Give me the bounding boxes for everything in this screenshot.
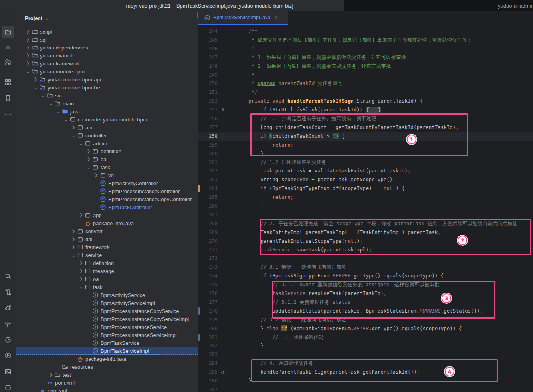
code-line-249[interactable]: 249 * xyxy=(198,71,533,79)
code-line-244[interactable]: 244 /** xyxy=(198,27,533,36)
chevron-right-icon[interactable]: ❯ xyxy=(25,28,31,36)
code-line-268[interactable]: 268 // 2. 子任务已处理完成，清空 scopeType 字段，修改 pa… xyxy=(198,219,533,228)
code-line-275[interactable]: 275 // 3.1.1 owner 重新赋值给父任务的 assignee，这样… xyxy=(198,280,533,289)
code-line-281[interactable]: 281 // ... 此处省略代码 xyxy=(198,333,533,342)
code-line-269[interactable]: 269 TaskEntityImpl parentTaskImpl = (Tas… xyxy=(198,228,533,237)
chevron-down-icon[interactable]: ⌄ xyxy=(63,115,69,123)
code-line-253[interactable]: 253❯ if (StrUtil.isBlank(parentTaskId)) … xyxy=(198,105,533,114)
tree-item-definition[interactable]: ❯definition xyxy=(16,147,198,155)
tree-item-task[interactable]: ⌄task xyxy=(16,283,198,291)
chevron-down-icon[interactable]: ⌄ xyxy=(48,99,54,107)
background-window-titlebar[interactable]: yudao-ui-admin- xyxy=(344,0,533,11)
tree-item-yudao-module-bpm-api[interactable]: ❯yudao-module-bpm-api xyxy=(16,75,198,83)
code-line-256[interactable]: 256 // 1.1 判断是否还有子任务。如果没有，就不处理 xyxy=(198,114,533,123)
jump-to-editor-icon[interactable] xyxy=(2,286,14,299)
code-line-267[interactable]: 267 xyxy=(198,210,533,219)
tree-item-bpmprocessinstanceserviceimpl[interactable]: CBpmProcessInstanceServiceImpl xyxy=(16,331,198,339)
services-icon[interactable] xyxy=(2,349,14,362)
code-line-283[interactable]: 283 xyxy=(198,350,533,359)
chevron-right-icon[interactable]: ❯ xyxy=(78,259,84,267)
project-folder-icon[interactable] xyxy=(2,26,14,38)
code-line-257[interactable]: 257 Long childrenTaskCount = getTaskCoun… xyxy=(198,123,533,132)
chevron-right-icon[interactable]: ❯ xyxy=(25,44,31,51)
code-line-287[interactable]: 287 xyxy=(198,385,533,392)
commit-icon[interactable] xyxy=(2,42,14,54)
tree-item-dal[interactable]: ❯dal xyxy=(16,235,198,243)
code-line-258[interactable]: 258 if (childrenTaskCount > 0) { xyxy=(198,132,533,141)
editor-tab-bpmtaskserviceimpl[interactable]: C BpmTaskServiceImpl.java ✕ xyxy=(198,11,288,25)
code-line-271[interactable]: 271 taskService.saveTask(parentTaskImpl)… xyxy=(198,245,533,254)
tree-scrollbar-thumb[interactable] xyxy=(197,12,198,18)
code-line-273[interactable]: 273 // 3.1 情况一：处理向【向前】加签 xyxy=(198,263,533,271)
tree-item-controller[interactable]: ⌄controller xyxy=(16,131,198,139)
code-line-251[interactable]: 251 */ xyxy=(198,88,533,97)
tree-item-bpmprocessinstanceservice[interactable]: IBpmProcessInstanceService xyxy=(16,323,198,331)
tree-item-task[interactable]: ⌄task xyxy=(16,163,198,171)
more-tool-windows-icon[interactable] xyxy=(2,108,14,121)
code-line-270[interactable]: 270 parentTaskImpl.setScopeType(null); xyxy=(198,237,533,245)
tree-item-test[interactable]: ❯test xyxy=(16,371,198,379)
chevron-right-icon[interactable]: ❯ xyxy=(70,235,77,243)
chevron-down-icon[interactable]: ⌄ xyxy=(85,163,92,171)
code-line-265[interactable]: 265 return; xyxy=(198,193,533,202)
tree-item-bpmprocessinstancecopyserviceimpl[interactable]: CBpmProcessInstanceCopyServiceImpl xyxy=(16,315,198,323)
tree-item-java[interactable]: ⌄java xyxy=(16,107,198,115)
search-icon[interactable] xyxy=(2,270,14,283)
tree-item-bpmprocessinstancecopycontroller[interactable]: CBpmProcessInstanceCopyController xyxy=(16,195,198,203)
tree-item-admin[interactable]: ⌄admin xyxy=(16,139,198,147)
chevron-right-icon[interactable]: ❯ xyxy=(70,243,77,251)
tree-item-yudao-dependencies[interactable]: ❯yudao-dependencies xyxy=(16,44,198,51)
chevron-down-icon[interactable]: ⌄ xyxy=(40,91,46,99)
code-line-248[interactable]: 248 * 2. 如果是【向后】加签，则需要完成父任务，让它完成审批 xyxy=(198,62,533,71)
tree-item-yudao-example[interactable]: ❯yudao-example xyxy=(16,51,198,59)
code-line-247[interactable]: 247 * 1. 如果是【向前】加签，则需要重新激活父任务，让它可以被审批 xyxy=(198,53,533,62)
chevron-right-icon[interactable]: ❯ xyxy=(70,123,77,131)
code-line-282[interactable]: 282 } xyxy=(198,341,533,350)
code-line-261[interactable]: 261 // 1.2 只处理加签的父任务 xyxy=(198,158,533,167)
tree-item-pom-xml[interactable]: mpom.xml xyxy=(16,387,198,392)
tree-item-main[interactable]: ⌄main xyxy=(16,99,198,107)
fold-collapsed-icon[interactable]: ❯ xyxy=(218,105,228,114)
recursive-call-icon[interactable]: ↺ xyxy=(218,368,228,376)
window-title-bar[interactable]: ruoyi-vue-pro-jdk21 – BpmTaskServiceImpl… xyxy=(0,0,533,11)
tree-item-src[interactable]: ⌄src xyxy=(16,91,198,99)
chevron-right-icon[interactable]: ❯ xyxy=(25,51,31,59)
problems-icon[interactable] xyxy=(2,381,14,392)
gutter-change-marker-saved[interactable] xyxy=(198,334,200,341)
code-line-278[interactable]: 278 updateTaskStatus(parentTaskId, BpmTa… xyxy=(198,307,533,315)
chevron-down-icon[interactable]: ⌄ xyxy=(70,131,77,139)
bookmarks-icon[interactable] xyxy=(2,92,14,105)
tree-item-bpmactivityserviceimpl[interactable]: CBpmActivityServiceImpl xyxy=(16,299,198,307)
chevron-right-icon[interactable]: ❯ xyxy=(32,75,39,83)
chevron-right-icon[interactable]: ❯ xyxy=(78,275,84,283)
chevron-right-icon[interactable]: ❯ xyxy=(25,59,31,67)
tree-item-bpmtaskservice[interactable]: IBpmTaskService xyxy=(16,339,198,347)
tree-item-api[interactable]: ❯api xyxy=(16,123,198,131)
chevron-right-icon[interactable]: ❯ xyxy=(85,155,92,163)
code-line-285[interactable]: 285↺ handleParentTaskIfSign(parentTask.g… xyxy=(198,368,533,376)
code-line-279[interactable]: 279 // 3.2 情况二：处理向【向后】加签 xyxy=(198,315,533,324)
tree-item-script[interactable]: ❯script xyxy=(16,28,198,36)
project-header[interactable]: Project ⌄ xyxy=(16,11,198,25)
tree-item-package-info-java[interactable]: package-info.java xyxy=(16,219,198,227)
chevron-down-icon[interactable]: ⌄ xyxy=(32,83,39,91)
debug-icon[interactable] xyxy=(2,301,14,314)
code-line-274[interactable]: 274 if (BpmTaskSignTypeEnum.BEFORE.getTy… xyxy=(198,271,533,280)
chevron-right-icon[interactable]: ❯ xyxy=(85,147,92,155)
chevron-right-icon[interactable]: ❯ xyxy=(25,36,31,44)
tree-item-vo[interactable]: ❯vo xyxy=(16,171,198,179)
code-line-264[interactable]: 264 if (BpmTaskSignTypeEnum.of(scopeType… xyxy=(198,184,533,193)
tree-item-yudao-module-bpm-biz[interactable]: ⌄yudao-module-bpm-biz xyxy=(16,83,198,91)
tree-item-bpmtaskserviceimpl[interactable]: CBpmTaskServiceImpl xyxy=(16,347,198,355)
close-icon[interactable]: ✕ xyxy=(274,15,278,20)
pull-requests-icon[interactable]: ? xyxy=(2,56,14,69)
tree-item-bpmprocessinstancecopyservice[interactable]: IBpmProcessInstanceCopyService xyxy=(16,307,198,315)
tree-item-package-info-java[interactable]: package-info.java xyxy=(16,355,198,363)
code-line-246[interactable]: 246 * xyxy=(198,44,533,53)
chevron-down-icon[interactable]: ⌄ xyxy=(25,67,31,75)
code-line-250[interactable]: 250 * @param parentTaskId 父任务编号 xyxy=(198,79,533,88)
gutter-change-marker-saved[interactable] xyxy=(198,307,200,315)
gutter-change-marker-modified[interactable] xyxy=(198,185,200,192)
code-line-277[interactable]: 277 // 3.1.2 更新流程任务 status xyxy=(198,298,533,307)
tree-item-bpmtaskcontroller[interactable]: CBpmTaskController xyxy=(16,203,198,211)
